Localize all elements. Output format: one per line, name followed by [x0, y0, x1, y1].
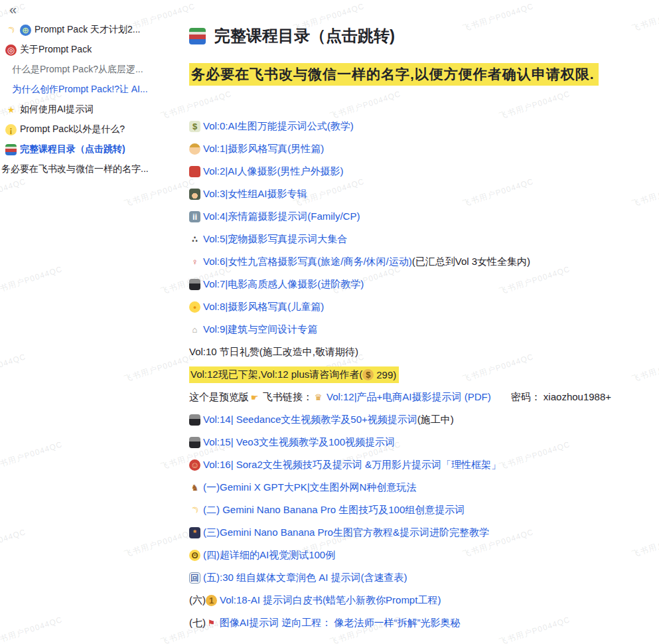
- golf-flag-icon: ⚑: [206, 617, 217, 629]
- teacher-icon: [189, 189, 200, 200]
- paw-prints-icon: ∴: [189, 234, 200, 245]
- church-icon: ⌂: [189, 324, 200, 335]
- sidebar-item-label: Prompt Pack 天才计划2...: [35, 24, 140, 36]
- doc-link[interactable]: Vol:2|AI人像摄影(男性户外摄影): [203, 165, 343, 178]
- dancer-icon: ♀: [189, 256, 200, 268]
- notice-wrap: 务必要在飞书改与微信一样的名字,以便方便作者确认申请权限.: [189, 63, 655, 86]
- catalog-list: $Vol:0:AI生图万能提示词公式(教学) Vol:1|摄影风格写真(男性篇)…: [189, 115, 655, 634]
- catalog-row: • Vol:8|摄影风格写真(儿童篇): [189, 295, 655, 318]
- doc-link[interactable]: (四)超详细的AI视觉测试100例: [203, 549, 335, 562]
- row-text: (施工中): [417, 414, 454, 426]
- doc-link[interactable]: Vol:16| Sora2文生视频技巧及提示词 &万用影片提示词「理性框架」: [203, 459, 501, 471]
- books-icon: [5, 144, 17, 155]
- doc-link[interactable]: Vol:14| Seedance文生视频教学及50+视频提示词: [203, 414, 417, 426]
- watermark-text: 飞书用户P0044QC: [123, 176, 196, 210]
- fireworks-icon: *: [189, 527, 200, 538]
- doc-link[interactable]: Vol:4|亲情篇摄影提示词(Family/CP): [203, 210, 360, 223]
- books-icon: [189, 28, 206, 44]
- sidebar-item-label: 务必要在飞书改与微信一样的名字...: [1, 163, 149, 175]
- doc-link[interactable]: Vol:7|电影高质感人像摄影(进阶教学): [203, 278, 364, 291]
- document-body: 完整课程目录（点击跳转) 务必要在飞书改与微信一样的名字,以便方便作者确认申请权…: [189, 25, 655, 634]
- sidebar-item-label: 为什么创作Prompt Pack!?让 AI...: [12, 84, 148, 96]
- gold-medal-icon: 1: [206, 595, 217, 606]
- sidebar-item[interactable]: ☽⊕Prompt Pack 天才计划2...: [0, 20, 179, 40]
- sidebar-item-label: 如何使用AI提示词: [20, 104, 94, 116]
- doc-link[interactable]: Vol:9|建筑与空间设计专篇: [203, 323, 317, 336]
- banknote-icon: $: [189, 121, 200, 132]
- sidebar-item-label: 关于Prompt Pack: [20, 44, 92, 56]
- watermark-text: 飞书用户P0044QC: [0, 351, 28, 385]
- catalog-row: (七)⚑图像AI提示词 逆向工程： 像老法师一样“拆解”光影奥秘: [189, 611, 655, 634]
- catalog-row: 回(五):30 组自媒体文章润色 AI 提示词(含速查表): [189, 566, 655, 589]
- page-title-text: 完整课程目录（点击跳转): [214, 25, 395, 46]
- doc-link[interactable]: Vol:1|摄影风格写真(男性篇): [203, 143, 324, 155]
- catalog-row: Vol:1|摄影风格写真(男性篇): [189, 137, 655, 160]
- catalog-row: ♞(一)Gemini X GPT大PK|文生图外网N种创意玩法: [189, 476, 655, 499]
- catalog-row: 这个是预览版☛飞书链接： ♛Vol:12|产品+电商AI摄影提示词 (PDF) …: [189, 386, 655, 408]
- row-text: (已汇总到Vol 3女性全集内): [412, 256, 530, 268]
- clapper-icon: [189, 414, 200, 426]
- watermark-text: 飞书用户P0044QC: [123, 351, 196, 385]
- sidebar-item[interactable]: ★如何使用AI提示词: [0, 100, 179, 120]
- catalog-row: Vol:2|AI人像摄影(男性户外摄影): [189, 160, 655, 183]
- sidebar-item[interactable]: 为什么创作Prompt Pack!?让 AI...: [0, 80, 179, 100]
- watermark-text: 飞书用户P0044QC: [0, 614, 64, 644]
- highlight-run: Vol:12现已下架,Vol:12 plus请咨询作者($ 299): [189, 366, 399, 383]
- clapper-icon: [189, 437, 200, 448]
- watermark-text: 飞书用户P0044QC: [0, 439, 64, 473]
- watermark-text: 飞书用户P0044QC: [0, 526, 28, 560]
- catalog-row: Vol:7|电影高质感人像摄影(进阶教学): [189, 273, 655, 295]
- catalog-row: iiVol:4|亲情篇摄影提示词(Family/CP): [189, 205, 655, 228]
- row-text: Vol:12现已下架,Vol:12 plus请咨询作者(: [190, 368, 362, 381]
- sidebar-item[interactable]: 完整课程目录（点击跳转): [0, 139, 179, 159]
- doc-link[interactable]: Vol:15| Veo3文生视频教学及100视频提示词: [203, 436, 395, 449]
- catalog-row: Vol:15| Veo3文生视频教学及100视频提示词: [189, 431, 655, 453]
- row-text: 飞书链接：: [263, 391, 313, 404]
- catalog-row: ʘ(四)超详细的AI视觉测试100例: [189, 544, 655, 566]
- doc-link[interactable]: Vol:6|女性九宫格摄影写真(旅途/商务/休闲/运动): [203, 256, 412, 268]
- catalog-row: Vol:12现已下架,Vol:12 plus请咨询作者($ 299): [189, 363, 655, 386]
- catalog-row: Vol:10 节日礼赞(施工改造中,敬请期待): [189, 341, 655, 363]
- doc-link[interactable]: (五):30 组自媒体文章润色 AI 提示词(含速查表): [203, 572, 407, 584]
- monocle-face-icon: ʘ: [189, 550, 200, 561]
- sidebar-item-label: 什么是Prompt Pack?从底层逻...: [12, 64, 143, 76]
- catalog-row: $Vol:0:AI生图万能提示词公式(教学): [189, 115, 655, 137]
- point-right-icon: ☛: [249, 392, 260, 403]
- catalog-row: Vol:3|女性组AI摄影专辑: [189, 183, 655, 205]
- banana-icon: ☽: [3, 22, 19, 38]
- boy-icon: [189, 143, 200, 155]
- catalog-row: ♀Vol:6|女性九宫格摄影写真(旅途/商务/休闲/运动) (已汇总到Vol 3…: [189, 250, 655, 273]
- sidebar-item[interactable]: ◎关于Prompt Pack: [0, 40, 179, 60]
- doc-link[interactable]: (三)Gemini Nano Banana Pro生图官方教程&提示词进阶完整教…: [203, 526, 489, 539]
- doc-link[interactable]: Vol:3|女性组AI摄影专辑: [203, 188, 307, 201]
- row-text: (六): [189, 594, 206, 607]
- doc-link[interactable]: (一)Gemini X GPT大PK|文生图外网N种创意玩法: [203, 481, 416, 494]
- clapper-icon: [189, 279, 200, 290]
- doc-link[interactable]: 图像AI提示词 逆向工程： 像老法师一样“拆解”光影奥秘: [220, 617, 461, 629]
- backpack-icon: [189, 166, 200, 177]
- sidebar-collapse-icon[interactable]: «: [9, 0, 17, 19]
- man-red-cap-icon: ☺: [189, 459, 200, 471]
- sidebar-item[interactable]: ¡Prompt Pack以外是什么?: [0, 120, 179, 139]
- doc-link[interactable]: Vol:8|摄影风格写真(儿童篇): [203, 301, 324, 313]
- watermark-text: 飞书用户P0044QC: [123, 526, 196, 560]
- sidebar-item[interactable]: 务必要在飞书改与微信一样的名字...: [0, 159, 179, 179]
- watermark-text: 飞书用户P0044QC: [0, 176, 28, 210]
- catalog-row: *(三)Gemini Nano Banana Pro生图官方教程&提示词进阶完整…: [189, 521, 655, 544]
- catalog-row: ☺Vol:16| Sora2文生视频技巧及提示词 &万用影片提示词「理性框架」: [189, 453, 655, 476]
- hui-box-icon: 回: [189, 572, 200, 584]
- doc-link[interactable]: Vol:5|宠物摄影写真提示词大集合: [203, 233, 347, 246]
- row-text: (七): [189, 617, 206, 629]
- doc-link[interactable]: Vol:0:AI生图万能提示词公式(教学): [203, 120, 354, 133]
- doc-link[interactable]: Vol:12|产品+电商AI摄影提示词 (PDF): [327, 391, 491, 404]
- row-text: 密码： xiaozhou1988+: [491, 391, 611, 404]
- sidebar-item[interactable]: 什么是Prompt Pack?从底层逻...: [0, 60, 179, 80]
- row-text: 这个是预览版: [189, 391, 249, 404]
- catalog-row: (六)1 Vol:18-AI 提示词白皮书(蜡笔小新教你Prompt工程): [189, 589, 655, 611]
- row-text: 299): [376, 369, 396, 380]
- sidebar-list: ☽⊕Prompt Pack 天才计划2...◎关于Prompt Pack什么是P…: [0, 20, 179, 179]
- dart-target-icon: ◎: [5, 44, 17, 56]
- doc-link[interactable]: Vol:18-AI 提示词白皮书(蜡笔小新教你Prompt工程): [220, 594, 441, 607]
- doc-link[interactable]: (二) Gemini Nano Banana Pro 生图技巧及100组创意提示…: [203, 504, 465, 517]
- horse-racing-icon: ♞: [189, 482, 200, 493]
